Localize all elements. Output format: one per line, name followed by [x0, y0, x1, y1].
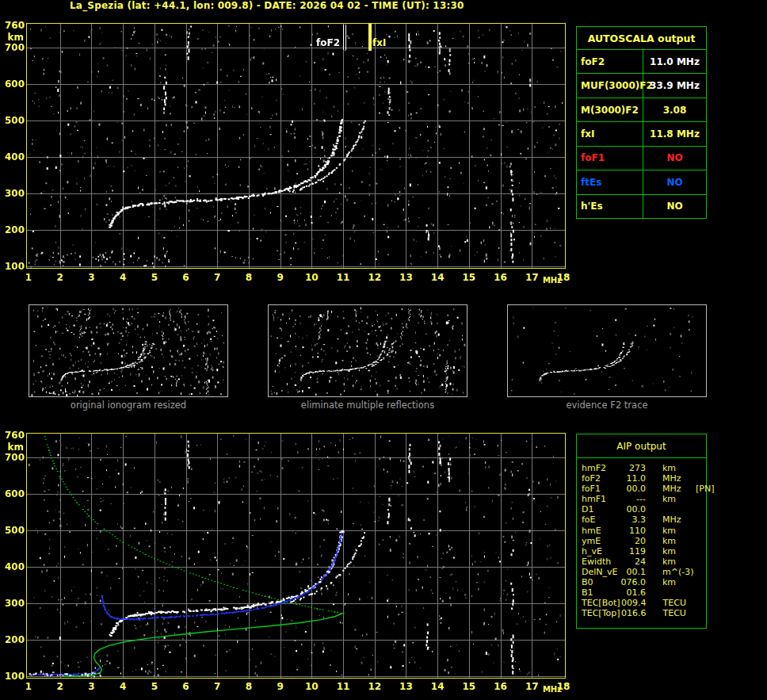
autoscala-value-h'Es: NO: [643, 195, 706, 218]
top-x-tick-10: 10: [300, 272, 323, 283]
bottom-y-axis-unit: km: [2, 442, 24, 453]
top-y-tick-700: 700: [2, 42, 25, 53]
bottom-ionogram-canvas: [27, 434, 565, 678]
aip-output-table: AIP output hmF2273kmfoF211.0MHzfoF100.0M…: [576, 434, 707, 629]
bottom-y-tick-100: 100: [2, 671, 25, 682]
bottom-y-tick-300: 300: [2, 598, 25, 609]
aip-unit-B0: km: [662, 578, 696, 588]
autoscala-row-ftEs: ftEsNO: [577, 170, 706, 194]
autoscala-row-MUF(3000)F2: MUF(3000)F233.9 MHz: [577, 74, 706, 98]
autoscala-output-table: AUTOSCALA output foF211.0 MHzMUF(3000)F2…: [576, 26, 707, 219]
mini-panel-original-canvas: [29, 305, 227, 396]
top-ionogram-plot: [26, 23, 566, 269]
bottom-x-tick-2: 2: [48, 681, 72, 692]
bottom-x-tick-9: 9: [269, 681, 292, 692]
aip-unit-ymE: km: [662, 537, 696, 547]
aip-unit-Ewidth: km: [662, 557, 696, 568]
top-x-tick-2: 2: [48, 272, 72, 283]
autoscala-value-fxI: 11.8 MHz: [643, 122, 706, 145]
aip-row-Ewidth: Ewidth24km: [582, 557, 706, 568]
top-ionogram-canvas: [27, 24, 565, 268]
mini-panel-evidence-canvas: [508, 305, 706, 396]
aip-unit-hmE: km: [662, 526, 696, 537]
autoscala-label-MUF(3000)F2: MUF(3000)F2: [577, 74, 643, 97]
aip-table-title: AIP output: [577, 434, 706, 458]
bottom-y-tick-760: 760: [2, 430, 25, 441]
autoscala-label-M(3000)F2: M(3000)F2: [577, 98, 643, 121]
aip-row-foE: foE3.3MHz: [582, 515, 706, 526]
top-x-tick-14: 14: [425, 272, 449, 283]
aip-label-ymE: ymE: [582, 537, 620, 547]
aip-row-h_vE: h_vE119km: [582, 547, 706, 557]
mini-panel-caption-eliminate: eliminate multiple reflections: [263, 400, 472, 411]
top-x-tick-1: 1: [17, 272, 40, 283]
autoscala-value-foF2: 11.0 MHz: [643, 50, 706, 73]
top-x-axis-unit: MHz: [542, 276, 563, 285]
mini-panel-caption-evidence: evidence F2 trace: [502, 400, 712, 411]
autoscala-value-ftEs: NO: [643, 170, 706, 193]
aip-value-h_vE: 119: [620, 547, 646, 557]
bottom-y-tick-400: 400: [2, 561, 25, 572]
autoscala-row-fxI: fxI11.8 MHz: [577, 122, 706, 146]
autoscala-row-h'Es: h'EsNO: [577, 195, 706, 218]
autoscala-row-M(3000)F2: M(3000)F23.08: [577, 98, 706, 122]
fof2-marker-label: foF2: [302, 37, 340, 48]
top-x-tick-6: 6: [174, 272, 198, 283]
autoscala-label-h'Es: h'Es: [577, 195, 643, 218]
aip-table-body: hmF2273kmfoF211.0MHzfoF100.0MHz[PN]hmF1-…: [577, 458, 706, 619]
bottom-x-tick-15: 15: [457, 681, 481, 692]
aip-label-hmE: hmE: [582, 526, 620, 537]
bottom-y-tick-700: 700: [2, 452, 25, 463]
autoscala-label-fxI: fxI: [577, 122, 643, 145]
top-x-tick-9: 9: [269, 272, 292, 283]
aip-value-ymE: 20: [620, 537, 646, 547]
top-x-tick-3: 3: [79, 272, 103, 283]
bottom-x-tick-6: 6: [174, 681, 198, 692]
bottom-y-tick-500: 500: [2, 525, 25, 536]
top-x-tick-7: 7: [205, 272, 229, 283]
bottom-x-tick-1: 1: [17, 681, 40, 692]
aip-extra-foF1: [PN]: [696, 484, 714, 495]
mini-panel-original-ionogram: [29, 304, 228, 397]
top-x-tick-12: 12: [363, 272, 387, 283]
mini-panel-eliminate-canvas: [269, 305, 467, 396]
autoscala-label-foF1: foF1: [577, 147, 643, 170]
bottom-x-tick-10: 10: [300, 681, 323, 692]
aip-row-ymE: ymE20km: [582, 537, 706, 547]
autoscala-row-foF1: foF1NO: [577, 147, 706, 170]
top-y-tick-300: 300: [2, 188, 25, 199]
top-y-tick-500: 500: [2, 115, 25, 126]
mini-panel-eliminate-reflections: [268, 304, 467, 397]
autoscala-label-foF2: foF2: [577, 50, 643, 73]
top-y-tick-400: 400: [2, 151, 25, 163]
bottom-x-tick-5: 5: [143, 681, 166, 692]
top-x-tick-16: 16: [489, 272, 513, 283]
top-y-axis-unit: km: [2, 32, 24, 43]
top-x-tick-4: 4: [111, 272, 135, 283]
bottom-x-tick-16: 16: [489, 681, 513, 692]
bottom-y-tick-600: 600: [2, 488, 25, 499]
autoscala-label-ftEs: ftEs: [577, 170, 643, 193]
top-x-tick-13: 13: [394, 272, 418, 283]
bottom-x-tick-7: 7: [205, 681, 229, 692]
autoscala-output-screen: { "title": "La_Spezia (lat: +44.1, lon: …: [0, 0, 767, 700]
aip-label-h_vE: h_vE: [582, 547, 620, 557]
page-title: La_Spezia (lat: +44.1, lon: 009.8) - DAT…: [70, 0, 464, 11]
aip-row-hmE: hmE110km: [582, 526, 706, 537]
mini-panel-evidence-f2: [507, 304, 707, 397]
aip-value-foE: 3.3: [620, 515, 646, 526]
aip-unit-h_vE: km: [662, 547, 696, 557]
bottom-x-tick-3: 3: [79, 681, 103, 692]
bottom-ionogram-plot: [26, 433, 566, 679]
autoscala-table-title: AUTOSCALA output: [577, 27, 706, 50]
autoscala-row-foF2: foF211.0 MHz: [577, 50, 706, 74]
bottom-x-tick-11: 11: [331, 681, 355, 692]
bottom-x-tick-14: 14: [425, 681, 449, 692]
aip-row-TEC[Top]: TEC[Top]016.6TECU: [582, 609, 706, 619]
autoscala-table-body: foF211.0 MHzMUF(3000)F233.9 MHzM(3000)F2…: [577, 50, 706, 218]
mini-panel-caption-original: original ionogram resized: [24, 400, 233, 411]
top-x-tick-5: 5: [143, 272, 166, 283]
autoscala-value-foF1: NO: [643, 147, 706, 170]
aip-label-foE: foE: [582, 515, 620, 526]
bottom-x-tick-17: 17: [520, 681, 544, 692]
